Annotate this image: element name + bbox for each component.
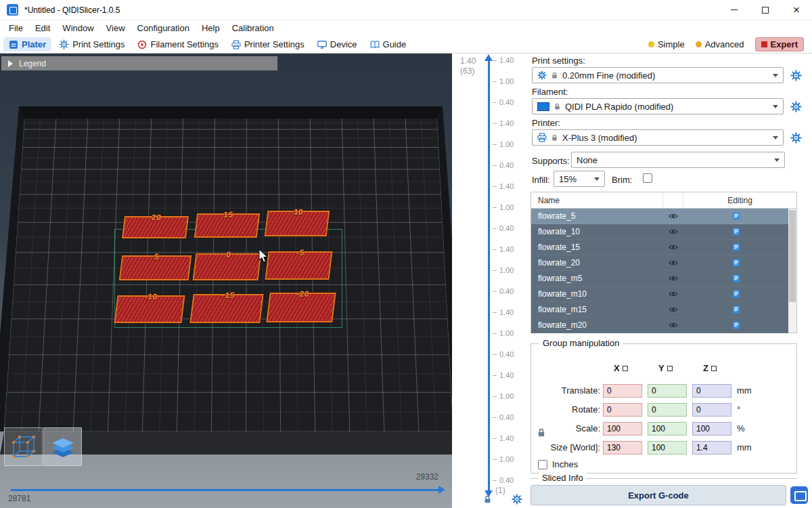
menu-view[interactable]: View (100, 22, 131, 35)
model-object-flowrate-0[interactable]: 0 (193, 253, 262, 280)
edit-icon[interactable] (683, 212, 788, 220)
scale-z-input[interactable] (692, 422, 731, 436)
tab-printer-settings[interactable]: Printer Settings (226, 37, 310, 51)
translate-y-input[interactable] (648, 384, 687, 398)
layer-tick: 1.40 (493, 308, 514, 317)
send-to-printer-icon[interactable] (790, 486, 808, 504)
patch-value-label: -5 (296, 248, 304, 257)
object-name: flowrate_5 (531, 211, 663, 221)
menu-window[interactable]: Window (56, 22, 99, 35)
tab-print-settings-label: Print Settings (72, 39, 125, 49)
filament-gear-button[interactable] (790, 101, 802, 114)
object-row-flowrate_m10[interactable]: flowrate_m10 (531, 287, 788, 302)
viewport-3d[interactable]: Legend 20 15 10 5 0 -5 -10 -15 -20 29332… (0, 54, 452, 508)
mode-advanced[interactable]: Advanced (696, 39, 744, 49)
mode-switcher: Simple Advanced Expert (648, 37, 812, 51)
editor-view-button[interactable] (4, 427, 43, 466)
translate-z-input[interactable] (692, 384, 731, 398)
inches-checkbox[interactable] (538, 460, 547, 469)
infill-select[interactable]: 15% (554, 171, 605, 187)
model-object-flowrate-5[interactable]: 5 (119, 255, 192, 280)
export-gcode-button[interactable]: Export G-code (531, 485, 786, 505)
menu-help[interactable]: Help (196, 22, 226, 35)
edit-icon[interactable] (683, 259, 788, 267)
supports-select[interactable]: None (571, 152, 785, 168)
model-object-flowrate-m20[interactable]: -20 (266, 293, 336, 322)
translate-x-input[interactable] (603, 384, 642, 398)
layer-slider-gear-icon[interactable] (512, 494, 522, 507)
filament-select[interactable]: QIDI PLA Rapido (modified) (532, 98, 784, 114)
hslider-right-arrow-icon[interactable] (438, 486, 445, 494)
tab-device[interactable]: Device (312, 37, 363, 51)
layer-tick: 0.40 (493, 287, 514, 296)
brim-checkbox[interactable] (643, 173, 652, 183)
model-object-flowrate-m5[interactable]: -5 (265, 251, 332, 280)
model-object-flowrate-15[interactable]: 15 (194, 213, 260, 238)
eye-icon[interactable] (663, 322, 683, 329)
object-row-flowrate_20[interactable]: flowrate_20 (531, 255, 788, 271)
preview-layers-button[interactable] (43, 427, 82, 466)
size-x-input[interactable] (603, 441, 642, 454)
layer-slider-lock-icon[interactable] (483, 495, 492, 506)
eye-icon[interactable] (663, 306, 683, 313)
rotate-x-input[interactable] (603, 403, 642, 417)
eye-icon[interactable] (663, 275, 683, 282)
menu-calibration[interactable]: Calibration (226, 22, 280, 35)
mode-simple-label: Simple (658, 39, 685, 49)
object-row-flowrate_15[interactable]: flowrate_15 (531, 240, 788, 255)
visibility-column-header (663, 192, 683, 208)
menu-file[interactable]: File (3, 22, 29, 35)
size-y-input[interactable] (648, 441, 687, 454)
close-button[interactable]: × (781, 0, 812, 20)
printer-select[interactable]: X-Plus 3 (modified) (532, 129, 784, 146)
menu-configuration[interactable]: Configuration (131, 22, 196, 35)
model-object-flowrate-m15[interactable]: -15 (189, 294, 263, 323)
horizontal-move-slider[interactable] (11, 489, 440, 491)
model-object-flowrate-10[interactable]: 10 (265, 211, 330, 236)
eye-icon[interactable] (663, 228, 683, 235)
object-name: flowrate_m15 (531, 305, 663, 314)
eye-icon[interactable] (663, 244, 683, 251)
minimize-button[interactable] (719, 0, 750, 20)
object-row-flowrate_5[interactable]: flowrate_5 (531, 209, 788, 224)
edit-icon[interactable] (683, 228, 788, 236)
tab-print-settings[interactable]: Print Settings (53, 37, 130, 51)
rotate-z-input[interactable] (692, 403, 731, 417)
object-row-flowrate_m20[interactable]: flowrate_m20 (531, 318, 788, 333)
tab-plater[interactable]: Plater (3, 37, 51, 51)
printer-gear-button[interactable] (790, 132, 802, 146)
list-scrollbar-thumb[interactable] (789, 210, 796, 302)
edit-icon[interactable] (683, 305, 788, 314)
object-row-flowrate_m5[interactable]: flowrate_m5 (531, 271, 788, 287)
eye-icon[interactable] (663, 259, 683, 266)
print-settings-gear-button[interactable] (790, 70, 802, 83)
mode-simple[interactable]: Simple (648, 39, 685, 49)
menu-edit[interactable]: Edit (29, 22, 56, 35)
axis-z-icon (711, 366, 717, 371)
legend-collapsed-bar[interactable]: Legend (1, 56, 277, 70)
layer-slider-track[interactable] (488, 60, 490, 491)
maximize-button[interactable] (750, 0, 781, 20)
tab-filament-settings[interactable]: Filament Settings (132, 37, 223, 51)
mode-expert[interactable]: Expert (755, 37, 804, 51)
brim-label: Brim: (612, 175, 632, 185)
edit-icon[interactable] (683, 274, 788, 282)
list-scrollbar[interactable] (788, 209, 796, 333)
model-object-flowrate-20[interactable]: 20 (122, 216, 189, 238)
layer-tick: 1.40 (493, 182, 514, 191)
object-row-flowrate_m15[interactable]: flowrate_m15 (531, 302, 788, 318)
edit-icon[interactable] (683, 321, 788, 329)
eye-icon[interactable] (663, 291, 683, 297)
model-object-flowrate-m10[interactable]: -10 (114, 295, 185, 323)
edit-icon[interactable] (683, 290, 788, 298)
edit-icon[interactable] (683, 243, 788, 251)
rotate-y-input[interactable] (648, 403, 687, 417)
object-row-flowrate_10[interactable]: flowrate_10 (531, 224, 788, 240)
size-z-input[interactable] (692, 441, 731, 454)
scale-y-input[interactable] (648, 422, 687, 436)
print-settings-select[interactable]: 0.20mm Fine (modified) (532, 67, 784, 83)
scale-x-input[interactable] (603, 422, 642, 436)
tab-guide[interactable]: Guide (365, 37, 412, 51)
eye-icon[interactable] (663, 213, 683, 219)
object-name: flowrate_20 (531, 258, 663, 268)
